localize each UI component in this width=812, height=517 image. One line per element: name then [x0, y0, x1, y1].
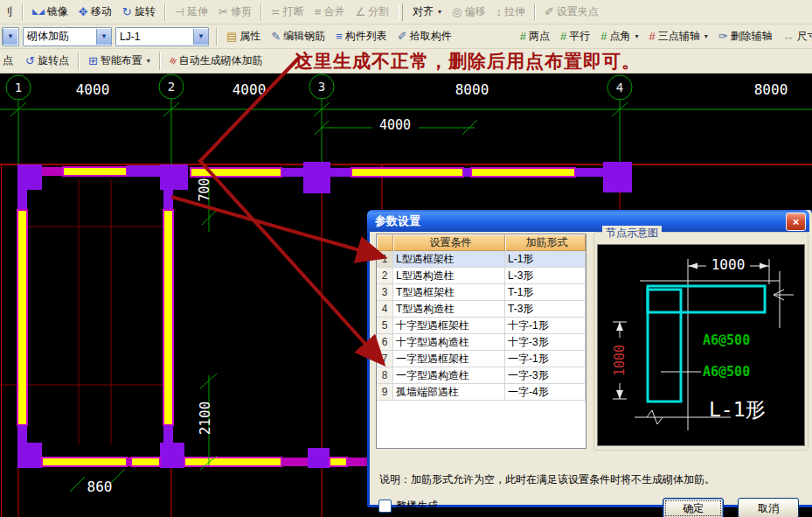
- stretch-button[interactable]: ↕拉伸: [490, 2, 531, 22]
- dialog-titlebar[interactable]: 参数设置 ×: [367, 210, 809, 232]
- two-point-axis-button[interactable]: #两点: [515, 26, 555, 46]
- table-row[interactable]: 9孤墙端部遇柱一字-4形: [377, 384, 586, 401]
- dimension-text: 1000: [711, 256, 746, 273]
- table-row[interactable]: 4T型遇构造柱T-3形: [377, 301, 586, 318]
- rotate-point-button[interactable]: ↺旋转点: [20, 51, 74, 71]
- rotate-icon: ↻: [122, 6, 132, 17]
- cancel-button[interactable]: 取消: [738, 498, 799, 517]
- dimension-text: 1000: [612, 345, 628, 376]
- mirror-icon: ◣◢: [32, 6, 45, 17]
- column: [17, 164, 42, 190]
- shape-label: L-1形: [709, 398, 766, 421]
- partial-point-button[interactable]: 点: [2, 51, 20, 71]
- table-row[interactable]: 1L型遇框架柱L-1形: [377, 251, 586, 268]
- checkbox[interactable]: [378, 500, 392, 513]
- table-row[interactable]: 8一字型遇构造柱一字-3形: [377, 367, 586, 384]
- axis-label: 3: [318, 80, 325, 94]
- axis-label: 1: [15, 80, 22, 94]
- partial-button[interactable]: 刂: [2, 2, 18, 22]
- column: [603, 162, 632, 192]
- parameter-settings-dialog: 参数设置 × 设置条件 加筋形式 1L型遇框架柱L-1形 2L型遇构造柱L-3形…: [367, 210, 812, 507]
- merge-button[interactable]: ≡合并: [309, 2, 350, 22]
- edit-rebar-button[interactable]: ✎编辑钢筋: [266, 26, 330, 46]
- node-preview-canvas[interactable]: 1000 A6@500 A6@500 1000 L-1形: [597, 244, 805, 446]
- dimension-text: 4000: [379, 117, 411, 133]
- table-row[interactable]: 5十字型遇框架柱十字-1形: [377, 318, 586, 334]
- point-angle-axis-button[interactable]: #点角▾: [595, 26, 643, 46]
- rotate-button[interactable]: ↻旋转: [117, 2, 161, 22]
- align-button[interactable]: 对齐▾: [407, 2, 447, 22]
- node-preview-groupbox: 节点示意图: [593, 232, 809, 451]
- split-button[interactable]: ∠分割: [350, 2, 394, 22]
- dimension-text: 860: [87, 479, 113, 495]
- column-header[interactable]: 加筋形式: [505, 234, 586, 251]
- separator: [260, 3, 262, 21]
- separator: [22, 3, 24, 21]
- axis-grid-icon: #: [560, 31, 566, 42]
- delete-aux-axis-button[interactable]: ✑删除辅轴: [713, 26, 778, 46]
- dimension-text: 2100: [197, 402, 213, 436]
- groupbox-title: 节点示意图: [602, 226, 662, 241]
- dimension-text: 8000: [754, 81, 788, 98]
- column-header[interactable]: 设置条件: [393, 234, 505, 251]
- ok-button[interactable]: 确定: [663, 498, 724, 517]
- parallel-axis-button[interactable]: #平行: [555, 26, 595, 46]
- move-icon: ✥: [79, 6, 88, 17]
- column: [17, 443, 42, 468]
- mirror-button[interactable]: ◣◢镜像: [27, 2, 73, 22]
- chevron-down-icon: ▾: [147, 57, 150, 65]
- dialog-note: 说明：加筋形式允许为空，此时在满足该设置条件时将不生成砌体加筋。: [379, 472, 715, 487]
- three-point-aux-axis-button[interactable]: #三点辅轴▾: [643, 26, 712, 46]
- eyedropper-icon: ✐: [398, 31, 407, 42]
- separator: [78, 52, 80, 70]
- axis-label: 4: [616, 80, 623, 94]
- chevron-down-icon: ▾: [438, 8, 441, 16]
- smart-layout-icon: ⊞: [88, 55, 98, 66]
- component-name-combobox[interactable]: LJ-1▼: [115, 27, 209, 46]
- application-window: 刂 ◣◢镜像 ✥移动 ↻旋转 ⊣延伸 ✂修剪 ≍打断 ≡合并 ∠分割 对齐▾ ◎…: [0, 0, 812, 517]
- axis-grid-icon: #: [520, 31, 526, 42]
- rebar-lines-icon: ≡: [166, 55, 179, 66]
- component-type-combobox[interactable]: 砌体加筋▼: [23, 27, 112, 46]
- table-header-row: 设置条件 加筋形式: [377, 234, 586, 251]
- separator: [534, 3, 536, 21]
- auto-generate-masonry-rebar-button[interactable]: ≡自动生成砌体加筋: [164, 51, 268, 71]
- rotate-point-icon: ↺: [25, 55, 35, 66]
- dimension-button[interactable]: ↔尺寸标: [778, 26, 812, 46]
- axis-grid-icon: #: [649, 31, 655, 42]
- chevron-down-icon: ▾: [635, 32, 638, 40]
- move-button[interactable]: ✥移动: [73, 2, 117, 22]
- toolbar-row-component: ▼ 砌体加筋▼ LJ-1▼ ▤属性 ✎编辑钢筋 ≡构件列表 ✐拾取构件 #两点 …: [0, 24, 812, 49]
- partial-combobox[interactable]: ▼: [2, 27, 19, 46]
- toolbar-grip[interactable]: [399, 3, 403, 21]
- grip-icon: ✐: [545, 6, 554, 17]
- close-button[interactable]: ×: [786, 213, 806, 231]
- table-row[interactable]: 6十字型遇构造柱十字-3形: [377, 334, 586, 351]
- whole-building-checkbox-row[interactable]: 整楼生成: [378, 499, 438, 514]
- trim-icon: ✂: [219, 6, 228, 17]
- properties-button[interactable]: ▤属性: [221, 26, 266, 46]
- merge-icon: ≡: [315, 6, 322, 17]
- offset-button[interactable]: ◎偏移: [447, 2, 490, 22]
- break-icon: ≍: [271, 6, 281, 17]
- set-grips-button[interactable]: ✐设置夹点: [539, 2, 604, 22]
- smart-layout-button[interactable]: ⊞智能布置▾: [83, 51, 156, 71]
- component-list-button[interactable]: ≡构件列表: [330, 26, 392, 46]
- stretch-icon: ↕: [496, 6, 502, 17]
- chevron-down-icon: ▼: [96, 29, 111, 45]
- checkbox-label: 整楼生成: [396, 499, 438, 514]
- table-row[interactable]: 7一字型遇框架柱一字-1形: [377, 351, 586, 367]
- rebar-spec-text: A6@500: [703, 364, 750, 380]
- table-row[interactable]: 3T型遇框架柱T-1形: [377, 284, 586, 301]
- pick-component-button[interactable]: ✐拾取构件: [392, 26, 457, 46]
- break-button[interactable]: ≍打断: [266, 2, 309, 22]
- trim-button[interactable]: ✂修剪: [213, 2, 257, 22]
- dialog-body: 设置条件 加筋形式 1L型遇框架柱L-1形 2L型遇构造柱L-3形 3T型遇框架…: [370, 232, 807, 502]
- dimension-icon: ↔: [783, 31, 795, 42]
- dialog-title: 参数设置: [375, 213, 420, 229]
- table-row[interactable]: 2L型遇构造柱L-3形: [377, 268, 586, 284]
- split-icon: ∠: [355, 6, 365, 17]
- extend-button[interactable]: ⊣延伸: [170, 2, 213, 22]
- dimension-text: 8000: [455, 81, 489, 98]
- dimension-text: 4000: [232, 81, 267, 98]
